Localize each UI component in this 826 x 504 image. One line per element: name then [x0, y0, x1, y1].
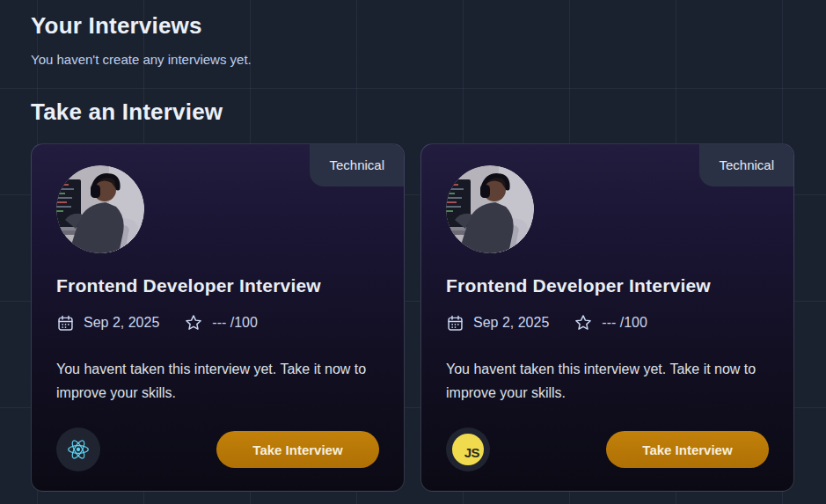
no-interviews-message: You haven't create any interviews yet.	[31, 52, 794, 67]
star-icon	[574, 313, 593, 332]
take-interview-button[interactable]: Take Interview	[606, 431, 769, 468]
interview-meta: Sep 2, 2025 --- /100	[446, 313, 769, 332]
javascript-icon: JS	[446, 427, 490, 471]
card-footer: Take Interview	[56, 427, 379, 471]
card-footer: JS Take Interview	[446, 427, 769, 471]
your-interviews-heading: Your Interviews	[31, 12, 794, 40]
interview-cards-row: Technical	[31, 143, 794, 492]
take-interview-heading: Take an Interview	[31, 99, 794, 126]
interviewer-avatar	[56, 165, 144, 253]
interview-description: You havent taken this interview yet. Tak…	[56, 357, 369, 405]
calendar-icon	[446, 314, 464, 332]
interview-score: --- /100	[212, 315, 258, 331]
interview-type-badge: Technical	[310, 144, 404, 186]
interviewer-avatar	[446, 165, 534, 253]
js-logo-text: JS	[464, 445, 479, 460]
calendar-icon	[56, 314, 75, 332]
react-icon	[56, 427, 100, 471]
interview-description: You havent taken this interview yet. Tak…	[446, 357, 759, 405]
interview-score: --- /100	[602, 315, 647, 331]
interview-card: Technical	[31, 143, 405, 492]
interview-date: Sep 2, 2025	[84, 315, 159, 331]
interview-date: Sep 2, 2025	[473, 315, 549, 331]
interview-title: Frontend Developer Interview	[446, 275, 769, 296]
star-icon	[184, 313, 203, 332]
interview-title: Frontend Developer Interview	[56, 275, 379, 296]
interviews-page: Your Interviews You haven't create any i…	[0, 0, 826, 492]
interview-card: Technical	[420, 143, 794, 492]
take-interview-button[interactable]: Take Interview	[216, 431, 379, 468]
interview-type-badge: Technical	[699, 144, 793, 186]
interview-meta: Sep 2, 2025 --- /100	[56, 313, 379, 332]
